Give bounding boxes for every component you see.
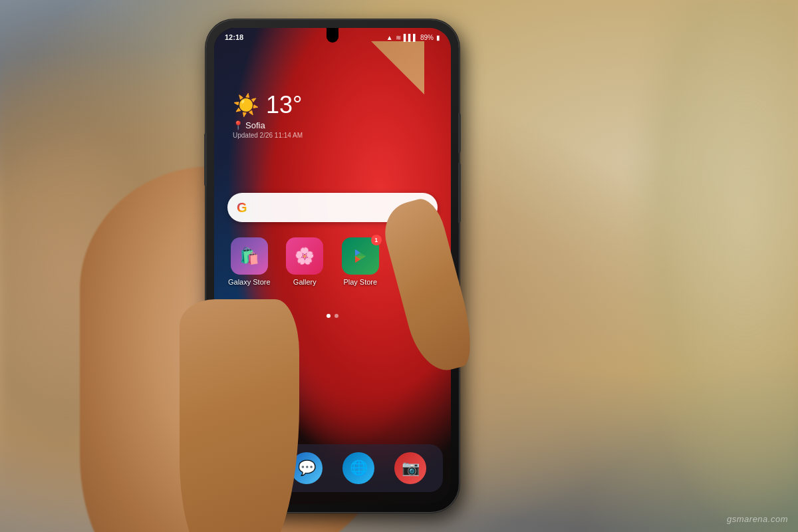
page-dots <box>327 314 338 318</box>
app-play-store[interactable]: 1 Play Store <box>335 237 386 286</box>
power-button <box>458 113 461 153</box>
location-pin-icon: 📍 <box>233 120 243 130</box>
weather-update: Updated 2/26 11:14 AM <box>233 132 303 139</box>
watermark: gsmarena.com <box>727 514 788 524</box>
status-time: 12:18 <box>225 33 243 41</box>
dock-camera-icon: 📷 <box>394 452 426 484</box>
weather-widget: ☀️ 13° 📍 Sofia Updated 2/26 11:14 AM <box>233 91 303 139</box>
camera-glyph: 📷 <box>402 460 420 477</box>
messages-glyph: 💬 <box>298 460 316 477</box>
internet-glyph: 🌐 <box>350 460 368 477</box>
google-g-logo: G <box>237 200 247 215</box>
weather-temperature: 13° <box>266 91 302 119</box>
app-gallery[interactable]: 🌸 Gallery <box>280 237 331 286</box>
gallery-label: Gallery <box>293 278 317 286</box>
battery-level: 89% <box>420 34 434 41</box>
galaxy-store-icon-wrap: 🛍️ <box>231 237 268 275</box>
bixby-button <box>204 133 207 186</box>
galaxy-store-glyph: 🛍️ <box>239 247 259 265</box>
galaxy-store-icon: 🛍️ <box>231 237 268 275</box>
weather-city: Sofia <box>245 120 265 130</box>
play-store-svg <box>351 247 370 265</box>
status-icons: ▲ ≋ ▌▌▌ 89% ▮ <box>386 34 440 41</box>
play-store-badge: 1 <box>371 235 382 245</box>
play-store-label: Play Store <box>343 278 377 286</box>
dock-camera[interactable]: 📷 <box>394 452 426 484</box>
galaxy-store-label: Galaxy Store <box>228 278 271 286</box>
play-store-icon-wrap: 1 <box>342 237 379 275</box>
hand-front-fingers <box>180 299 299 532</box>
volume-button <box>458 163 461 223</box>
signal-icon: ▲ <box>386 34 393 41</box>
wallpaper-decoration <box>371 41 424 94</box>
dock-internet-icon: 🌐 <box>342 452 374 484</box>
gallery-glyph: 🌸 <box>295 247 315 265</box>
gallery-icon-wrap: 🌸 <box>286 237 323 275</box>
wifi-icon: ≋ <box>396 34 401 41</box>
battery-icon: ▮ <box>436 34 440 41</box>
page-dot-2 <box>334 314 338 318</box>
weather-location: 📍 Sofia <box>233 120 303 130</box>
weather-row: ☀️ 13° <box>233 91 303 119</box>
page-dot-1 <box>327 314 331 318</box>
background-blur-right <box>625 0 798 532</box>
signal-bars: ▌▌▌ <box>404 34 418 41</box>
dock-internet[interactable]: 🌐 <box>342 452 374 484</box>
weather-icon: ☀️ <box>233 92 259 118</box>
app-galaxy-store[interactable]: 🛍️ Galaxy Store <box>224 237 275 286</box>
notch <box>327 28 338 43</box>
gallery-icon: 🌸 <box>286 237 323 275</box>
